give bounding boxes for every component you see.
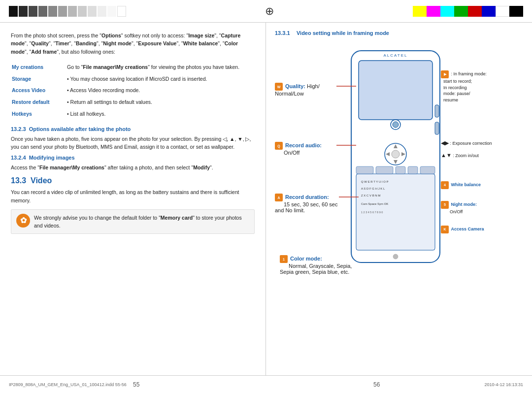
term-my-creations: My creations xyxy=(12,63,66,73)
color-block-green xyxy=(454,6,468,17)
record-duration-badge: A xyxy=(275,194,283,201)
left-page: From the photo shot screen, press the "O… xyxy=(0,23,266,375)
color-block xyxy=(107,6,116,17)
desc-access-video: Access Video recording mode. xyxy=(67,86,254,97)
section-133: 13.3 Video You can record a video clip o… xyxy=(11,176,255,204)
quality-badge: W xyxy=(275,83,283,91)
quality-line xyxy=(336,86,356,87)
color-block xyxy=(88,6,97,17)
record-audio-line xyxy=(336,145,356,146)
term-access-video: Access Video xyxy=(12,86,66,97)
svg-rect-19 xyxy=(376,166,393,174)
svg-marker-8 xyxy=(394,160,398,164)
section-1324-heading: 13.2.4 Modifying images xyxy=(11,155,255,161)
phone-svg: ALCATEL Q W E R T Y U I O P A S D F G H xyxy=(346,46,445,287)
svg-text:A S D F G H J K L: A S D F G H J K L xyxy=(361,187,385,190)
color-block-black xyxy=(509,6,523,17)
bottom-center-page-left: 55 xyxy=(133,381,139,388)
table-row: My creations Go to "File manager\My crea… xyxy=(12,63,254,73)
color-block xyxy=(9,6,18,17)
phone-diagram: ALCATEL Q W E R T Y U I O P A S D F G H xyxy=(275,43,523,309)
color-block-yellow xyxy=(413,6,427,17)
svg-text:1  2  3  4  5  6  7  8  9  0: 1 2 3 4 5 6 7 8 9 0 xyxy=(361,211,383,214)
color-block-blue xyxy=(482,6,496,17)
record-audio-badge: Q xyxy=(275,142,283,150)
color-mode-badge: 1 xyxy=(280,255,288,263)
color-block-red xyxy=(468,6,482,17)
main-layout: From the photo shot screen, press the "O… xyxy=(0,23,532,375)
table-row: Hotkeys List all hotkeys. xyxy=(12,109,254,120)
color-block xyxy=(98,6,106,17)
desc-hotkeys: List all hotkeys. xyxy=(67,109,254,120)
color-block-magenta xyxy=(427,6,440,17)
table-row: Storage You may choose saving location i… xyxy=(12,74,254,85)
note-text: We strongly advise you to change the def… xyxy=(34,214,249,230)
bottom-right-text: 2010-4-12 16:13:31 xyxy=(484,382,523,387)
svg-text:Cam   Space   Sym  OK: Cam Space Sym OK xyxy=(361,202,388,205)
night-mode-detail: On/Off xyxy=(450,209,463,214)
night-mode-label: Night mode: xyxy=(451,202,477,207)
intro-paragraph: From the photo shot screen, press the "O… xyxy=(11,32,255,56)
svg-rect-22 xyxy=(420,166,435,174)
annotation-record-duration: A Record duration: 15 sec, 30 sec, 60 se… xyxy=(275,194,341,213)
color-block xyxy=(68,6,77,17)
note-icon: ✿ xyxy=(16,214,30,228)
record-duration-line xyxy=(339,196,359,197)
annotation-night-mode: 5 Night mode: On/Off xyxy=(441,201,522,215)
desc-restore-default: Return all settings to default values. xyxy=(67,98,254,108)
table-row: Restore default Return all settings to d… xyxy=(12,98,254,108)
color-block xyxy=(48,6,57,17)
section-133-title: 13.3 Video xyxy=(11,176,255,185)
framing-badge: ▶ xyxy=(441,70,449,78)
desc-my-creations: Go to "File manager\My creations" for vi… xyxy=(67,63,254,73)
svg-rect-11 xyxy=(435,105,439,117)
note-icon-symbol: ✿ xyxy=(20,216,27,225)
annotation-record-audio: Q Record audio: On/Off xyxy=(275,142,339,156)
section-1323-body: Once you have taken a photo, five icons … xyxy=(11,135,255,151)
svg-text:Q W E R T Y U I O P: Q W E R T Y U I O P xyxy=(361,180,389,183)
svg-marker-10 xyxy=(401,152,405,156)
color-block xyxy=(29,6,37,17)
terms-table: My creations Go to "File manager\My crea… xyxy=(11,62,255,121)
color-block xyxy=(38,6,47,17)
record-duration-label: Record duration: xyxy=(285,194,329,200)
exposure-detail: : Exposure correction xyxy=(450,141,492,146)
color-block xyxy=(78,6,87,17)
right-section-title: 13.3.1 Video setting while in framing mo… xyxy=(275,30,523,36)
term-hotkeys: Hotkeys xyxy=(12,109,66,120)
compass-center: ⊕ xyxy=(265,5,274,18)
svg-marker-7 xyxy=(394,144,398,148)
svg-text:ALCATEL: ALCATEL xyxy=(384,53,408,58)
note-box: ✿ We strongly advise you to change the d… xyxy=(11,209,255,234)
annotation-framing: ▶ : In framing mode: start to record; In… xyxy=(441,70,522,103)
svg-point-23 xyxy=(393,254,398,259)
access-camera-label: Access Camera xyxy=(451,227,484,231)
color-mode-detail: Normal, Grayscale, Sepia, Sepia green, S… xyxy=(280,263,352,275)
table-row: Access Video Access Video recording mode… xyxy=(12,86,254,97)
svg-rect-21 xyxy=(408,166,418,174)
svg-point-4 xyxy=(393,122,399,128)
svg-marker-9 xyxy=(386,152,390,156)
svg-rect-1 xyxy=(359,61,432,120)
right-page: 13.3.1 Video setting while in framing mo… xyxy=(266,23,532,375)
annotation-zoom: ▲▼ : Zoom in/out xyxy=(441,152,522,159)
bottom-center-page-right: 56 xyxy=(373,381,380,388)
zoom-icon: ▲▼ xyxy=(441,152,452,158)
svg-rect-20 xyxy=(396,166,405,174)
bottom-left-text: IP2809_808A_UM_GEM_Eng_USA_01_100412.ind… xyxy=(9,382,127,387)
color-block xyxy=(117,6,126,17)
svg-rect-18 xyxy=(356,166,373,174)
white-balance-badge: 4 xyxy=(441,181,449,189)
quality-label: Quality: xyxy=(285,83,305,89)
exposure-icon: ◀▶ xyxy=(441,140,449,146)
bottom-bar: IP2809_808A_UM_GEM_Eng_USA_01_100412.ind… xyxy=(0,375,532,393)
term-restore-default: Restore default xyxy=(12,98,66,108)
color-strip-left xyxy=(9,6,126,17)
annotation-access-camera: K Access Camera xyxy=(441,226,522,233)
term-storage: Storage xyxy=(12,74,66,85)
record-duration-detail: 15 sec, 30 sec, 60 sec and No limit. xyxy=(275,201,337,213)
section-1324-body: Access the "File manager\My creations" a… xyxy=(11,164,255,171)
color-mode-label: Color mode: xyxy=(290,256,322,262)
compass-icon: ⊕ xyxy=(265,5,274,18)
color-strip-right xyxy=(413,6,523,17)
